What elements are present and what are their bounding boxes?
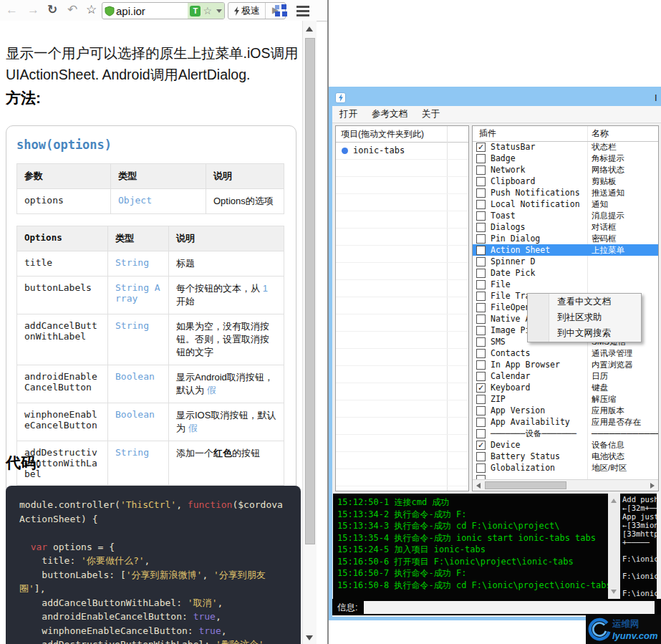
scroll-left-icon[interactable]	[476, 483, 481, 489]
plugin-checkbox[interactable]	[476, 200, 486, 209]
plugin-row[interactable]: App Availability应用是否存在	[473, 416, 658, 428]
plugin-checkbox[interactable]	[476, 326, 486, 335]
project-row[interactable]: ionic-tabs	[336, 143, 468, 160]
inline-link[interactable]: 假	[188, 423, 198, 433]
plugin-name: Date Pick	[491, 268, 535, 278]
plugin-row[interactable]: Battery Status电池状态	[473, 451, 658, 462]
plugin-row[interactable]: Dialogs对话框	[473, 221, 658, 233]
scrollbar-thumb[interactable]	[305, 38, 315, 544]
inline-link[interactable]: 1	[263, 283, 268, 294]
plugin-checkbox[interactable]	[476, 280, 486, 289]
plugin-name: SMS	[491, 337, 506, 347]
app-lightning-icon	[335, 92, 346, 103]
inline-link[interactable]: 假	[207, 385, 216, 395]
plugin-checkbox[interactable]	[476, 429, 486, 438]
bookmark-star-icon[interactable]: ☆	[203, 5, 212, 16]
menu-icon[interactable]	[296, 6, 309, 16]
terminal-scrollbar[interactable]	[608, 494, 620, 599]
apps-grid-icon[interactable]	[275, 4, 288, 17]
plugin-checkbox[interactable]: ✓	[476, 383, 486, 393]
refresh-icon[interactable]: ↻	[47, 1, 57, 19]
plugin-checkbox[interactable]	[476, 177, 486, 186]
code-token: true	[198, 625, 221, 636]
plugin-checkbox[interactable]	[476, 406, 486, 415]
context-menu-item[interactable]: 查看中文文档	[528, 294, 641, 309]
address-bar[interactable]: api.ior T ☆	[102, 2, 225, 19]
menu-item-打开[interactable]: 打开	[332, 108, 365, 120]
plugin-checkbox[interactable]	[476, 463, 486, 473]
plugin-row[interactable]: Toast消息提示	[473, 210, 658, 221]
plugin-hscrollbar[interactable]	[473, 479, 658, 491]
plugin-row[interactable]: ✓Keyboard键盘	[473, 382, 658, 393]
plugin-checkbox[interactable]	[476, 337, 486, 347]
plugin-checkbox[interactable]	[476, 292, 486, 301]
back-icon[interactable]: ←	[6, 1, 18, 19]
plugin-checkbox[interactable]	[476, 165, 486, 175]
terminal-area: 15:12:50-1 连接cmd 成功15:13:34-2 执行命令-成功 F:…	[333, 494, 657, 599]
hscrollbar-thumb[interactable]	[485, 481, 566, 489]
plugin-checkbox[interactable]: ✓	[476, 143, 486, 152]
scroll-up-icon[interactable]	[611, 499, 617, 503]
menu-item-关于[interactable]: 关于	[415, 108, 447, 120]
plugin-checkbox[interactable]	[476, 211, 486, 221]
plugin-row[interactable]: Clipboard剪贴板	[473, 176, 658, 187]
plugin-row[interactable]: Contacts通讯录管理	[473, 347, 658, 359]
plugin-checkbox[interactable]	[476, 452, 486, 461]
plugin-checkbox[interactable]	[476, 395, 486, 404]
plugin-row[interactable]: Date Pick	[473, 267, 658, 279]
plugin-checkbox[interactable]	[476, 303, 486, 312]
type-cell: Object	[111, 189, 206, 214]
plugin-checkbox[interactable]	[476, 360, 486, 370]
plugin-checkbox[interactable]	[476, 314, 486, 324]
plugin-row[interactable]: ZIP解压缩	[473, 393, 658, 405]
context-menu-item[interactable]: 到社区求助	[528, 309, 641, 325]
forward-icon[interactable]: →	[27, 1, 39, 19]
tencent-shield-icon[interactable]: T	[190, 6, 201, 16]
star-icon[interactable]: ☆	[86, 1, 97, 19]
plugin-row[interactable]: Pin Dialog密码框	[473, 233, 658, 244]
plugin-checkbox[interactable]	[476, 234, 486, 244]
plugin-row[interactable]: In App Browser内置浏览器	[473, 359, 658, 370]
plugin-row[interactable]: Globalization地区/时区	[473, 462, 658, 474]
plugin-checkbox[interactable]	[476, 269, 486, 278]
browser-scrollbar[interactable]	[302, 21, 317, 644]
context-menu-item[interactable]: 到中文网搜索	[528, 325, 641, 341]
plugin-row[interactable]: App Version应用版本	[473, 405, 658, 416]
plugin-checkbox[interactable]	[476, 223, 486, 232]
undo-icon[interactable]: ↶	[67, 1, 77, 19]
plugin-row[interactable]: Push Notifications推送通知	[473, 187, 658, 198]
plugin-row[interactable]: Action Sheet上拉菜单	[473, 244, 658, 256]
empty-project-row	[336, 349, 468, 366]
scroll-down-icon[interactable]	[611, 590, 617, 594]
plugin-checkbox[interactable]	[476, 154, 486, 163]
plugin-row[interactable]: Network网络状态	[473, 164, 658, 176]
plugin-cn-name: 对话框	[592, 222, 617, 233]
scroll-right-icon[interactable]	[650, 483, 655, 489]
menu-item-参考文档[interactable]: 参考文档	[365, 108, 415, 120]
plugin-row[interactable]: Calendar日历	[473, 370, 658, 382]
plugin-row[interactable]: ✓StatusBar状态栏	[473, 141, 658, 153]
plugin-row[interactable]: ✓Device设备信息	[473, 439, 658, 451]
project-name[interactable]: ionic-tabs	[353, 145, 405, 155]
speed-mode-button[interactable]: 极速	[228, 3, 266, 19]
plugin-row[interactable]: File	[473, 279, 658, 290]
plugin-row[interactable]: Badge角标提示	[473, 153, 658, 164]
plugin-checkbox[interactable]	[476, 188, 486, 198]
plugin-divider-row[interactable]: ───────设备─────────────────────	[473, 428, 658, 439]
plugin-checkbox[interactable]	[476, 372, 486, 381]
plugin-checkbox[interactable]	[476, 349, 486, 358]
code-token: ,	[221, 625, 227, 636]
info-input[interactable]	[364, 601, 655, 614]
info-bar: 信息:	[332, 599, 661, 615]
scroll-down-icon[interactable]	[306, 635, 313, 640]
plugin-checkbox[interactable]	[476, 418, 486, 427]
plugin-checkbox[interactable]: ✓	[476, 441, 486, 450]
url-text[interactable]: api.ior	[116, 5, 188, 17]
plugin-row[interactable]: Local Notification通知	[473, 198, 658, 210]
plugin-checkbox[interactable]	[476, 246, 486, 255]
dropdown-arrow-icon[interactable]	[216, 9, 222, 13]
window-titlebar[interactable]: I	[332, 90, 661, 106]
scroll-up-icon[interactable]	[306, 27, 313, 32]
plugin-checkbox[interactable]	[476, 257, 486, 266]
plugin-row[interactable]: Spinner D	[473, 256, 658, 267]
